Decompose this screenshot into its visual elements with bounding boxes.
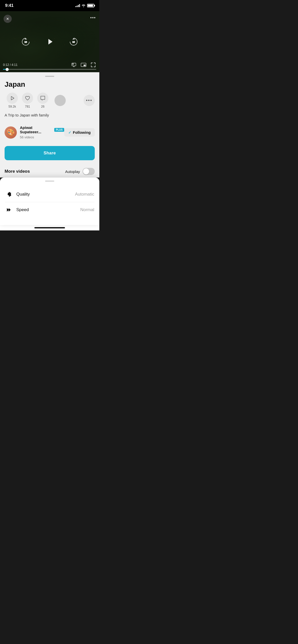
creator-info: Apiwat Supateeer... PLUS 56 videos: [20, 125, 64, 139]
video-description: A Trip to Japan with family: [5, 112, 95, 118]
comment-count: 26: [41, 105, 44, 108]
status-icons: [75, 4, 94, 7]
rewind-icon: 10: [21, 37, 31, 47]
svg-rect-7: [84, 65, 86, 66]
quality-left: Quality: [5, 191, 30, 198]
quality-label: Quality: [16, 192, 30, 197]
status-bar: 9:41: [0, 0, 99, 11]
autoplay-toggle[interactable]: [83, 168, 95, 175]
progress-fill: [3, 69, 7, 70]
like-item[interactable]: 781: [20, 93, 35, 108]
sheet-drag-handle: [45, 181, 54, 182]
battery-icon: [87, 4, 94, 7]
more-videos-row: More videos Autoplay: [5, 164, 95, 178]
home-indicator: [0, 225, 99, 230]
play-count-item[interactable]: 59.2k: [5, 93, 20, 108]
plus-badge: PLUS: [54, 128, 64, 132]
close-button[interactable]: ✕: [4, 15, 12, 23]
pip-icon: [81, 63, 86, 67]
action-bar: 59.2k 781 26 •••: [5, 93, 95, 108]
svg-marker-4: [73, 66, 75, 67]
playback-controls: 10 10: [20, 36, 79, 47]
share-button[interactable]: Share: [5, 146, 95, 160]
svg-marker-10: [9, 208, 11, 212]
video-title: Japan: [5, 80, 95, 89]
creator-video-count: 56 videos: [20, 135, 34, 139]
more-options-action[interactable]: •••: [84, 95, 95, 106]
forward-icon: 10: [69, 37, 78, 47]
toggle-knob: [83, 168, 89, 174]
svg-rect-5: [72, 64, 74, 65]
play-count: 59.2k: [8, 105, 16, 108]
speed-icon-wrap: [5, 206, 12, 213]
more-options-button[interactable]: •••: [90, 15, 96, 21]
creator-avatar: 🎨: [5, 126, 17, 139]
svg-text:10: 10: [24, 41, 27, 43]
gear-icon: [6, 191, 12, 197]
speed-item[interactable]: Speed Normal: [5, 202, 94, 217]
play-icon: [45, 37, 55, 47]
following-button[interactable]: ✓ Following: [64, 128, 95, 137]
fullscreen-icon: [91, 62, 96, 67]
quality-item[interactable]: Quality Automatic: [5, 187, 94, 202]
creator-row: 🎨 Apiwat Supateeer... PLUS 56 videos ✓ F…: [5, 122, 95, 142]
svg-marker-9: [7, 208, 9, 212]
play-button[interactable]: [44, 36, 55, 47]
svg-marker-8: [11, 96, 14, 100]
speed-label: Speed: [16, 207, 29, 212]
following-label: Following: [73, 130, 91, 135]
drag-handle: [45, 76, 54, 77]
more-icon: •••: [90, 15, 96, 20]
wifi-icon: [82, 4, 86, 7]
bottom-sheet: Quality Automatic Speed Normal: [0, 178, 99, 225]
home-bar: [34, 227, 65, 228]
player-action-icons: [71, 62, 96, 67]
comment-item[interactable]: 26: [35, 93, 50, 108]
comment-icon: [40, 95, 46, 101]
speed-left: Speed: [5, 206, 29, 213]
close-icon: ✕: [6, 17, 9, 21]
play-icon-wrap: [7, 93, 18, 104]
rewind-button[interactable]: 10: [20, 36, 31, 47]
progress-area: 0:12 / 4:11: [0, 62, 99, 72]
more-videos-label: More videos: [5, 169, 30, 174]
like-icon-wrap: [22, 93, 33, 104]
play-action-icon: [9, 95, 15, 101]
like-count: 781: [25, 105, 30, 108]
comment-icon-wrap: [37, 93, 48, 104]
avatar-art: 🎨: [7, 128, 15, 136]
airplay-icon: [71, 63, 76, 67]
bookmark-item[interactable]: [52, 95, 68, 106]
video-player[interactable]: ✕ ••• 10 10 0:12 / 4:11: [0, 11, 99, 72]
quality-value: Automatic: [75, 192, 94, 197]
time-display: 0:12 / 4:11: [3, 63, 18, 67]
svg-text:10: 10: [72, 41, 75, 43]
creator-name: Apiwat Supateeer...: [20, 125, 52, 134]
progress-track[interactable]: [3, 69, 96, 70]
progress-thumb: [6, 68, 9, 71]
creator-name-row: Apiwat Supateeer... PLUS: [20, 125, 64, 134]
pip-button[interactable]: [80, 62, 87, 67]
autoplay-label: Autoplay: [65, 169, 80, 174]
status-time: 9:41: [5, 3, 13, 8]
speed-icon: [6, 207, 12, 213]
bookmark-icon-wrap: [55, 95, 66, 106]
content-area: Japan 59.2k 781 26: [0, 72, 99, 178]
more-dots-icon: •••: [86, 98, 92, 103]
signal-icon: [75, 4, 80, 7]
svg-marker-1: [48, 39, 52, 45]
heart-icon: [25, 95, 30, 101]
autoplay-row: Autoplay: [65, 168, 95, 175]
quality-icon-wrap: [5, 191, 12, 198]
airplay-button[interactable]: [71, 62, 77, 67]
time-row: 0:12 / 4:11: [3, 62, 96, 67]
following-check-icon: ✓: [68, 130, 71, 135]
speed-value: Normal: [80, 207, 94, 212]
forward-button[interactable]: 10: [68, 36, 79, 47]
fullscreen-button[interactable]: [90, 62, 96, 67]
